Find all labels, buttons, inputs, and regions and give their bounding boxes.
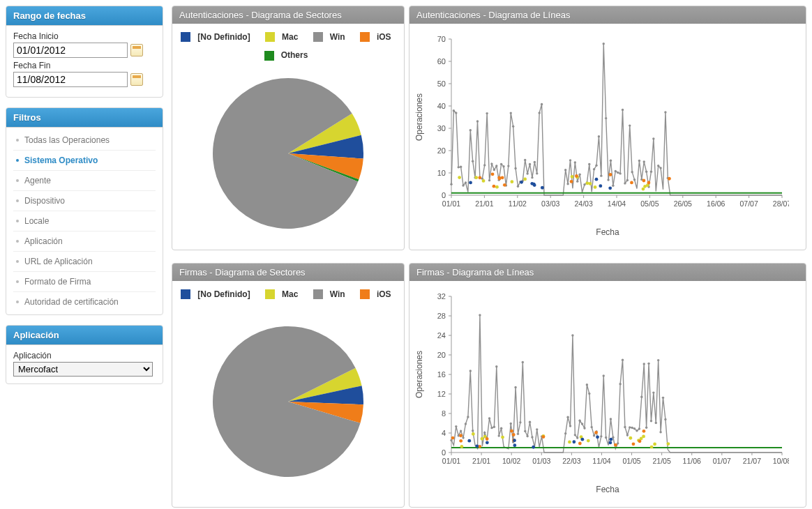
auth-pie-legend: [No Definido] Mac Win iOS Others: [175, 29, 401, 66]
svg-point-240: [588, 393, 590, 395]
filter-list: Todas las OperacionesSistema OperativoAg…: [13, 130, 156, 312]
svg-point-295: [614, 443, 617, 447]
svg-text:24/03: 24/03: [574, 199, 592, 208]
svg-point-305: [610, 438, 613, 441]
svg-point-237: [581, 423, 583, 425]
auth-pie-panel: Autenticaciones - Diagrama de Sectores […: [172, 6, 405, 250]
svg-text:01/03: 01/03: [532, 457, 550, 465]
svg-point-221: [517, 433, 519, 435]
svg-point-79: [564, 169, 566, 171]
svg-point-147: [595, 178, 599, 181]
svg-point-298: [578, 442, 582, 446]
svg-point-234: [574, 434, 576, 436]
svg-point-215: [495, 365, 497, 367]
svg-point-281: [501, 436, 504, 439]
svg-point-61: [500, 163, 502, 165]
sign-line-chart: 048121620242832Operaciones01/0121/0110/0…: [412, 287, 789, 482]
filter-item[interactable]: Aplicación: [13, 231, 156, 252]
application-label: Aplicación: [13, 351, 156, 360]
end-date-input[interactable]: [13, 72, 128, 87]
application-panel: Aplicación Aplicación Mercofact: [6, 325, 163, 384]
svg-point-254: [629, 426, 631, 428]
filter-item[interactable]: Todas las Operaciones: [13, 130, 156, 151]
svg-point-300: [542, 435, 546, 439]
svg-point-66: [512, 126, 514, 128]
svg-point-97: [615, 170, 617, 172]
calendar-icon[interactable]: [130, 44, 143, 56]
svg-point-153: [469, 181, 472, 185]
svg-point-283: [568, 441, 571, 444]
svg-point-85: [583, 183, 585, 185]
svg-point-207: [469, 370, 472, 372]
svg-point-74: [531, 176, 533, 178]
svg-point-312: [513, 443, 516, 447]
filter-item[interactable]: Sistema Operativo: [13, 151, 156, 171]
svg-point-244: [600, 435, 602, 437]
svg-text:22/03: 22/03: [562, 457, 580, 465]
svg-point-75: [534, 161, 536, 163]
filter-item[interactable]: Formato de Firma: [13, 272, 156, 292]
svg-point-261: [645, 427, 647, 429]
svg-point-71: [524, 159, 526, 161]
svg-point-67: [514, 167, 516, 169]
svg-point-247: [610, 418, 612, 420]
svg-point-51: [476, 120, 479, 122]
svg-point-131: [458, 176, 461, 179]
start-date-input[interactable]: [13, 43, 128, 58]
svg-point-310: [486, 441, 489, 444]
sign-pie-title: Firmas - Diagrama de Sectores: [172, 264, 404, 281]
svg-text:24: 24: [437, 331, 446, 340]
application-select[interactable]: Mercofact: [13, 362, 153, 377]
svg-point-250: [619, 383, 621, 385]
svg-text:0: 0: [442, 191, 446, 199]
svg-text:01/07: 01/07: [713, 457, 731, 465]
svg-point-288: [451, 436, 455, 440]
svg-point-143: [491, 172, 495, 176]
filter-item[interactable]: Dispositivo: [13, 191, 156, 211]
filter-item[interactable]: Agente: [13, 171, 156, 191]
svg-text:03/03: 03/03: [541, 199, 559, 208]
svg-text:21/01: 21/01: [472, 457, 490, 465]
svg-point-238: [583, 427, 585, 429]
svg-text:Operaciones: Operaciones: [414, 93, 424, 141]
svg-point-118: [523, 178, 527, 181]
svg-point-212: [488, 417, 490, 419]
filter-item[interactable]: Autoridad de certificación: [13, 292, 156, 312]
svg-point-48: [469, 129, 472, 131]
svg-text:28/07: 28/07: [773, 199, 789, 208]
auth-line-panel: Autenticaciones - Diagrama de Líneas 010…: [409, 6, 806, 250]
svg-point-41: [450, 183, 452, 185]
svg-point-58: [493, 169, 495, 171]
svg-text:16: 16: [437, 370, 446, 379]
svg-text:11/06: 11/06: [683, 457, 701, 465]
svg-point-304: [609, 441, 612, 445]
svg-point-138: [668, 177, 671, 181]
svg-point-128: [474, 176, 478, 179]
svg-text:14/04: 14/04: [608, 199, 626, 208]
svg-point-208: [472, 430, 474, 432]
calendar-icon[interactable]: [130, 73, 143, 86]
svg-point-203: [460, 430, 462, 432]
svg-point-222: [519, 421, 521, 423]
svg-point-275: [629, 436, 632, 440]
svg-point-282: [653, 443, 656, 446]
svg-point-204: [462, 436, 464, 439]
svg-point-293: [512, 433, 516, 436]
svg-point-225: [526, 435, 528, 437]
svg-point-129: [482, 179, 486, 183]
svg-point-285: [481, 437, 484, 441]
svg-point-120: [585, 181, 589, 185]
svg-point-62: [502, 165, 504, 167]
start-date-label: Fecha Inicio: [13, 31, 156, 41]
end-date-label: Fecha Fin: [13, 61, 156, 70]
filter-item[interactable]: Locale: [13, 211, 156, 231]
svg-point-130: [589, 182, 592, 185]
svg-text:26/05: 26/05: [674, 199, 692, 208]
svg-point-59: [495, 165, 497, 167]
svg-point-149: [608, 186, 612, 190]
filter-item[interactable]: URL de Aplicación: [13, 252, 156, 272]
svg-point-84: [578, 174, 580, 176]
svg-point-262: [647, 363, 649, 365]
svg-point-271: [587, 439, 590, 443]
svg-point-76: [536, 172, 538, 174]
